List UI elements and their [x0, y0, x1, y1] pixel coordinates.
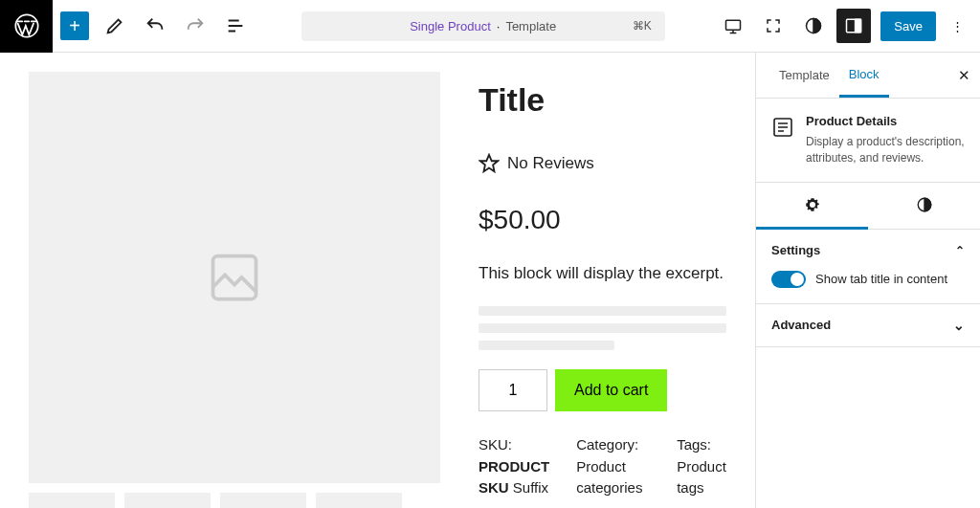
- quantity-input[interactable]: [479, 369, 547, 411]
- thumbnail-placeholder[interactable]: [316, 493, 402, 508]
- settings-panel-header[interactable]: Settings: [756, 230, 980, 271]
- template-name: Single Product: [410, 19, 491, 33]
- block-title: Product Details: [806, 114, 965, 128]
- advanced-panel-header[interactable]: Advanced: [756, 304, 980, 346]
- desktop-view-icon[interactable]: [716, 9, 750, 43]
- contrast-icon[interactable]: [796, 9, 831, 43]
- close-sidebar-icon[interactable]: ✕: [958, 67, 970, 84]
- tab-template[interactable]: Template: [769, 55, 839, 96]
- sidebar-toggle-icon[interactable]: [836, 9, 871, 43]
- save-button[interactable]: Save: [880, 11, 936, 41]
- add-block-button[interactable]: +: [60, 11, 89, 40]
- fullscreen-icon[interactable]: [756, 9, 791, 43]
- list-view-icon[interactable]: [221, 11, 250, 40]
- chevron-down-icon: [953, 318, 965, 333]
- reviews-row[interactable]: No Reviews: [479, 153, 726, 174]
- add-to-cart-button[interactable]: Add to cart: [555, 369, 667, 411]
- product-excerpt[interactable]: This block will display the excerpt.: [479, 264, 726, 283]
- product-price[interactable]: $50.00: [479, 205, 726, 235]
- editor-canvas[interactable]: Title No Reviews $50.00 This block will …: [0, 53, 755, 508]
- show-tab-title-toggle[interactable]: [771, 271, 806, 288]
- svg-rect-4: [856, 19, 861, 32]
- product-title[interactable]: Title: [479, 81, 726, 119]
- styles-tab-icon[interactable]: [868, 183, 980, 229]
- redo-icon[interactable]: [181, 11, 210, 40]
- thumbnail-placeholder[interactable]: [220, 493, 306, 508]
- svg-rect-1: [726, 20, 741, 30]
- block-description: Display a product's description, attribu…: [806, 134, 965, 166]
- edit-icon[interactable]: [100, 11, 129, 40]
- settings-sidebar: Template Block ✕ Product Details Display…: [755, 53, 980, 508]
- undo-icon[interactable]: [141, 11, 169, 40]
- wordpress-logo[interactable]: [0, 0, 53, 53]
- sku-meta: SKU: PRODUCT SKU Suffix: [479, 434, 549, 499]
- tab-block[interactable]: Block: [839, 54, 889, 98]
- block-type-icon: [771, 116, 794, 139]
- svg-rect-5: [213, 256, 256, 299]
- template-selector[interactable]: Single Product · Template ⌘K: [301, 11, 665, 41]
- top-toolbar: + Single Product · Template ⌘K Save ⋮: [0, 0, 980, 53]
- reviews-text: No Reviews: [507, 154, 594, 173]
- thumbnail-placeholder[interactable]: [124, 493, 211, 508]
- keyboard-shortcut: ⌘K: [633, 19, 652, 33]
- category-meta: Category:Product categories: [576, 434, 650, 499]
- thumbnail-placeholder[interactable]: [29, 493, 115, 508]
- more-menu-icon[interactable]: ⋮: [942, 19, 972, 33]
- placeholder-lines: [479, 306, 726, 350]
- star-icon: [479, 153, 500, 174]
- template-type: Template: [505, 19, 556, 33]
- toggle-label: Show tab title in content: [815, 272, 947, 286]
- product-image-placeholder[interactable]: [29, 72, 440, 483]
- chevron-up-icon: [955, 243, 965, 257]
- tags-meta: Tags:Product tags: [677, 434, 726, 499]
- settings-tab-icon[interactable]: [756, 183, 868, 230]
